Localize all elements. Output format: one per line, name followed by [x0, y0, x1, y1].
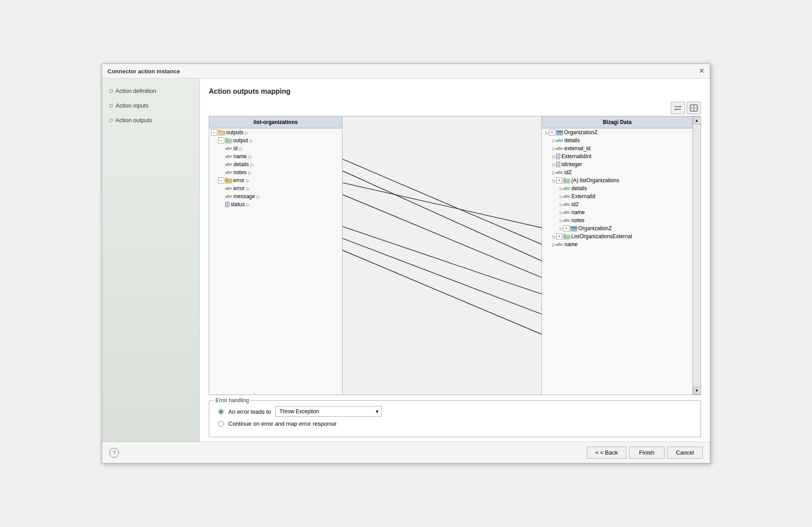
mapping-btn-1[interactable] [671, 102, 685, 114]
throw-exception-dropdown[interactable]: Throw Exception Continue [275, 406, 382, 417]
svg-rect-19 [225, 178, 228, 180]
tree-node-name[interactable]: abc name ▷ [209, 152, 342, 160]
node-label: ExternalIdInt [561, 153, 591, 160]
abc-icon: abc [556, 138, 563, 143]
dot-icon [109, 119, 113, 122]
radio-an-error[interactable] [218, 409, 224, 415]
sidebar-item-action-inputs[interactable]: Action inputs [109, 102, 192, 109]
node-label: message [234, 193, 255, 200]
svg-rect-42 [570, 227, 577, 228]
node-label: id [234, 145, 238, 152]
right-node-id2[interactable]: ▷ abc id2 [542, 200, 693, 208]
port-arrow-left: ▷ [545, 130, 549, 135]
node-label: name [234, 153, 247, 160]
port-arrow: ▷ [257, 194, 260, 199]
footer-buttons: < < Back Finish Cancel [587, 447, 703, 459]
abc-icon: abc [556, 242, 563, 247]
right-node-orgZ2[interactable]: ▷ + OrganizationZ [542, 224, 693, 232]
port-arrow: ▷ [246, 178, 250, 183]
table-icon [556, 130, 563, 136]
port-arrow-left: ▷ [560, 226, 563, 231]
radio-row-1: An error leads to Throw Exception Contin… [218, 406, 692, 417]
svg-point-15 [226, 141, 227, 142]
tree-node-status[interactable]: 1 status ▷ [209, 200, 342, 208]
svg-rect-8 [218, 130, 221, 132]
abc-icon: abc [225, 162, 232, 167]
close-button[interactable]: ✕ [699, 68, 705, 75]
node-label: details [234, 161, 249, 168]
dialog-body: Action definition Action inputs Action o… [102, 79, 710, 442]
svg-rect-13 [225, 138, 228, 140]
radio-continue[interactable] [218, 421, 224, 427]
tree-node-outputs[interactable]: − outputs ▷ [209, 128, 342, 136]
right-node-idZ[interactable]: ▷ abc idZ [542, 168, 693, 176]
port-arrow-left: ▷ [553, 234, 556, 239]
node-label: error [233, 177, 244, 184]
right-node-orgZ[interactable]: ▷ + OrganizationZ [542, 128, 693, 136]
tree-node-error-folder[interactable]: − error ▷ [209, 176, 342, 184]
scroll-track[interactable] [693, 124, 701, 387]
finish-button[interactable]: Finish [629, 447, 665, 459]
node-label: OrganizationZ [564, 129, 597, 136]
port-arrow: ▷ [250, 138, 253, 143]
node-label: output [233, 137, 248, 144]
tree-node-output[interactable]: − output ▷ [209, 136, 342, 144]
right-node-external-id[interactable]: ▷ abc external_id [542, 144, 693, 152]
port-arrow: ▷ [251, 162, 254, 167]
node-label: error [234, 185, 245, 192]
tree-node-notes[interactable]: abc notes ▷ [209, 168, 342, 176]
mapping-icon-1 [674, 104, 682, 112]
folder-list-icon [225, 138, 232, 144]
svg-rect-36 [563, 178, 566, 180]
tree-node-id[interactable]: abc id ▷ [209, 144, 342, 152]
folder-error-icon [225, 178, 232, 184]
sidebar-item-action-definition[interactable]: Action definition [109, 88, 192, 94]
tree-node-message[interactable]: abc message ▷ [209, 192, 342, 200]
right-node-details[interactable]: ▷ abc details [542, 136, 693, 144]
connector-action-dialog: Connector action instance ✕ Action defin… [102, 64, 710, 463]
node-label: id2 [572, 201, 579, 208]
scroll-up-arrow[interactable]: ▲ [693, 116, 701, 124]
expand-icon: + [556, 177, 562, 184]
list-folder-icon2 [563, 234, 570, 240]
right-node-name[interactable]: ▷ abc name [542, 208, 693, 216]
expand-icon: − [218, 137, 224, 144]
num-icon: 1 [556, 162, 560, 167]
radio-label-error-leads: An error leads to [228, 408, 271, 415]
svg-line-24 [342, 171, 541, 261]
mapping-btn-2[interactable] [687, 102, 701, 114]
tree-node-details[interactable]: abc details ▷ [209, 160, 342, 168]
svg-rect-9 [219, 132, 224, 135]
port-arrow-left: ▷ [560, 194, 563, 199]
right-node-notes[interactable]: ▷ abc notes [542, 216, 693, 224]
scroll-down-arrow[interactable]: ▼ [693, 387, 701, 395]
right-node-name2[interactable]: ▷ abc name [542, 240, 693, 248]
abc-icon: abc [225, 170, 232, 175]
node-label: idInteger [561, 161, 582, 168]
right-node-listOrgExternal[interactable]: ▷ + ListOrganizationsExternal [542, 232, 693, 240]
throw-exception-dropdown-wrapper[interactable]: Throw Exception Continue [275, 406, 382, 417]
vertical-scrollbar[interactable]: ▲ ▼ [693, 116, 701, 395]
tree-node-error-leaf[interactable]: abc error ▷ [209, 184, 342, 192]
back-button[interactable]: < < Back [587, 447, 626, 459]
node-label: outputs [226, 129, 243, 136]
help-button[interactable]: ? [109, 448, 119, 458]
port-arrow-left: ▷ [553, 178, 556, 183]
toolbar-row [209, 102, 701, 114]
main-content: Action outputs mapping [200, 79, 710, 442]
right-node-idInteger[interactable]: ▷ 1 idInteger [542, 160, 693, 168]
svg-point-37 [564, 180, 565, 180]
sidebar-item-action-outputs[interactable]: Action outputs [109, 117, 192, 124]
cancel-button[interactable]: Cancel [667, 447, 703, 459]
expand-icon: + [556, 233, 562, 240]
dot-icon [109, 89, 113, 93]
port-arrow-left: ▷ [553, 138, 556, 143]
dot-icon [109, 104, 113, 108]
right-node-externalIdInt[interactable]: ▷ 1 ExternalIdInt [542, 152, 693, 160]
right-node-listOrganizations[interactable]: ▷ + (A) listOrganizations [542, 176, 693, 184]
mapping-panel: list-organizations − outputs [209, 116, 701, 395]
table-icon2 [570, 226, 577, 232]
right-node-details2[interactable]: ▷ abc details [542, 184, 693, 192]
right-node-externalId[interactable]: ▷ abc ExternalId [542, 192, 693, 200]
node-label: notes [572, 217, 585, 224]
